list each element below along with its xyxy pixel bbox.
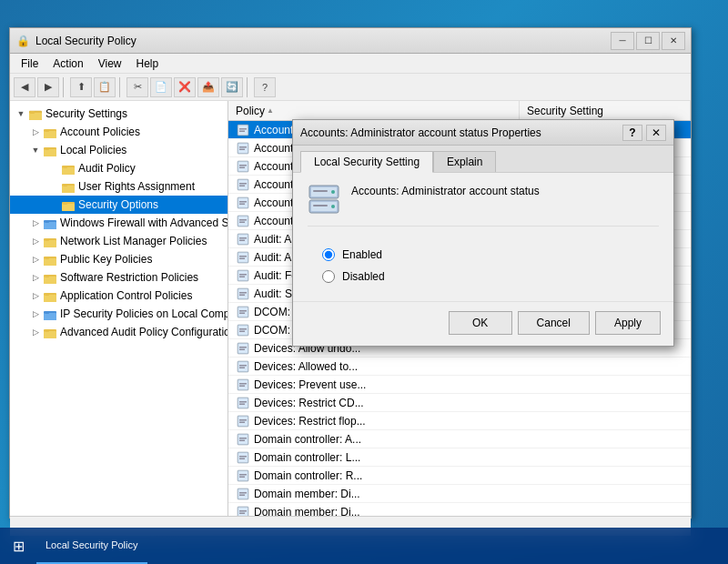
svg-rect-2 <box>29 113 42 120</box>
svg-rect-55 <box>239 185 245 186</box>
list-row[interactable]: Devices: Restrict flop... <box>228 412 691 430</box>
tree-item-software-restriction[interactable]: ▷ Software Restriction Policies <box>10 268 228 287</box>
policy-name: Domain controller: L... <box>254 451 360 464</box>
list-row[interactable]: Domain member: Di... <box>228 503 691 516</box>
tab-explain[interactable]: Explain <box>433 151 496 172</box>
maximize-button[interactable]: ☐ <box>636 32 660 50</box>
menu-view[interactable]: View <box>91 55 129 72</box>
svg-rect-57 <box>238 198 248 207</box>
tree-item-audit-policy[interactable]: Audit Policy <box>10 159 228 177</box>
dialog-close-button[interactable]: ✕ <box>646 125 666 141</box>
svg-point-137 <box>331 205 335 208</box>
taskbar-item-local-security[interactable]: Local Security Policy <box>36 528 147 564</box>
svg-rect-121 <box>238 489 248 499</box>
export-button[interactable]: 📤 <box>197 77 219 97</box>
setting-cell <box>520 366 691 368</box>
policy-icon <box>236 433 250 446</box>
list-row[interactable]: Domain controller: A... <box>228 430 691 448</box>
back-button[interactable]: ◀ <box>14 77 35 97</box>
tree-item-network-list[interactable]: ▷ Network List Manager Policies <box>10 232 228 250</box>
delete-button[interactable]: ❌ <box>174 77 196 97</box>
copy-button[interactable]: 📄 <box>150 77 172 97</box>
forward-button[interactable]: ▶ <box>37 77 59 97</box>
svg-rect-24 <box>45 238 49 241</box>
ok-button[interactable]: OK <box>449 311 512 335</box>
svg-rect-82 <box>239 310 247 312</box>
svg-rect-87 <box>239 330 245 332</box>
tree-label-security-options: Security Options <box>78 198 158 211</box>
toolbar: ◀ ▶ ⬆ 📋 ✂ 📄 ❌ 📤 🔄 ? <box>10 74 691 101</box>
list-row[interactable]: Domain controller: L... <box>228 448 691 467</box>
list-row[interactable]: Devices: Prevent use... <box>228 376 691 394</box>
tree-item-user-rights[interactable]: User Rights Assignment <box>10 177 228 196</box>
minimize-button[interactable]: ─ <box>611 32 634 50</box>
tree-item-security-options[interactable]: Security Options <box>10 196 228 214</box>
svg-rect-59 <box>239 203 245 205</box>
cut-button[interactable]: ✂ <box>126 77 148 97</box>
tree-item-app-control[interactable]: ▷ Application Control Policies <box>10 287 228 305</box>
expand-icon: ▼ <box>14 106 28 121</box>
list-row[interactable]: Domain controller: R... <box>228 467 691 485</box>
radio-disabled[interactable]: Disabled <box>322 270 644 283</box>
svg-rect-113 <box>238 453 248 462</box>
list-row[interactable]: Domain member: Di... <box>228 485 691 503</box>
tree-item-account-policies[interactable]: ▷ Account Policies <box>10 123 228 141</box>
up-button[interactable]: ⬆ <box>70 77 92 97</box>
radio-group: Enabled Disabled <box>308 241 659 290</box>
folder-icon-audit <box>61 162 76 175</box>
start-button[interactable]: ⊞ <box>0 528 36 564</box>
radio-disabled-input[interactable] <box>322 270 335 283</box>
svg-rect-3 <box>30 111 35 114</box>
svg-point-136 <box>331 190 335 194</box>
cancel-button[interactable]: Cancel <box>518 311 590 335</box>
tab-local-security-setting[interactable]: Local Security Setting <box>300 151 433 173</box>
policy-icon <box>236 415 250 428</box>
policy-cell: Devices: Allowed to... <box>228 359 520 374</box>
apply-button[interactable]: Apply <box>595 311 661 335</box>
close-button[interactable]: ✕ <box>662 32 685 50</box>
menu-file[interactable]: File <box>14 55 46 72</box>
tree-item-ip-security[interactable]: ▷ IP Security Policies on Local Compute.… <box>10 305 228 323</box>
policy-cell: Domain controller: R... <box>228 468 520 483</box>
policy-icon <box>236 342 250 355</box>
help-button[interactable]: ? <box>254 77 276 97</box>
svg-rect-139 <box>313 205 328 206</box>
svg-rect-11 <box>62 167 75 175</box>
tree-item-firewall[interactable]: ▷ Windows Firewall with Advanced Secu... <box>10 214 228 232</box>
svg-rect-38 <box>44 331 56 338</box>
policy-cell: Devices: Prevent use... <box>228 378 520 392</box>
tree-item-advanced-audit[interactable]: ▷ Advanced Audit Policy Configuration <box>10 323 228 341</box>
policy-cell: Domain controller: L... <box>228 450 520 465</box>
svg-rect-109 <box>238 435 248 444</box>
radio-enabled[interactable]: Enabled <box>322 248 644 261</box>
toolbar-sep-1 <box>63 77 66 97</box>
svg-rect-39 <box>45 329 49 332</box>
setting-cell <box>520 511 691 513</box>
column-header-policy[interactable]: Policy ▲ <box>228 101 520 120</box>
dialog-help-button[interactable]: ? <box>622 125 642 141</box>
svg-rect-14 <box>62 186 75 193</box>
folder-icon-ip-security <box>43 307 57 320</box>
properties-dialog: Accounts: Administrator account status P… <box>292 119 674 347</box>
show-hide-button[interactable]: 📋 <box>94 77 116 97</box>
policy-name: Devices: Restrict flop... <box>254 415 366 428</box>
refresh-button[interactable]: 🔄 <box>221 77 243 97</box>
policy-icon <box>236 378 250 391</box>
tree-panel[interactable]: ▼ Security Settings ▷ Account Policies ▼… <box>10 101 228 516</box>
setting-cell <box>520 493 691 495</box>
tree-item-local-policies[interactable]: ▼ Local Policies <box>10 141 228 159</box>
dialog-setting-header: Accounts: Administrator account status <box>308 184 659 227</box>
list-row[interactable]: Devices: Allowed to... <box>228 358 691 376</box>
tree-item-public-key[interactable]: ▷ Public Key Policies <box>10 250 228 268</box>
menu-help[interactable]: Help <box>129 55 167 72</box>
policy-name: Devices: Allowed to... <box>254 360 358 373</box>
tree-item-security-settings[interactable]: ▼ Security Settings <box>10 105 228 123</box>
svg-rect-93 <box>238 362 248 371</box>
svg-rect-127 <box>239 512 245 514</box>
svg-rect-122 <box>239 492 247 494</box>
svg-rect-47 <box>239 148 245 150</box>
menu-action[interactable]: Action <box>46 55 90 72</box>
radio-enabled-input[interactable] <box>322 248 335 261</box>
list-row[interactable]: Devices: Restrict CD... <box>228 394 691 412</box>
column-header-setting[interactable]: Security Setting <box>520 101 691 120</box>
